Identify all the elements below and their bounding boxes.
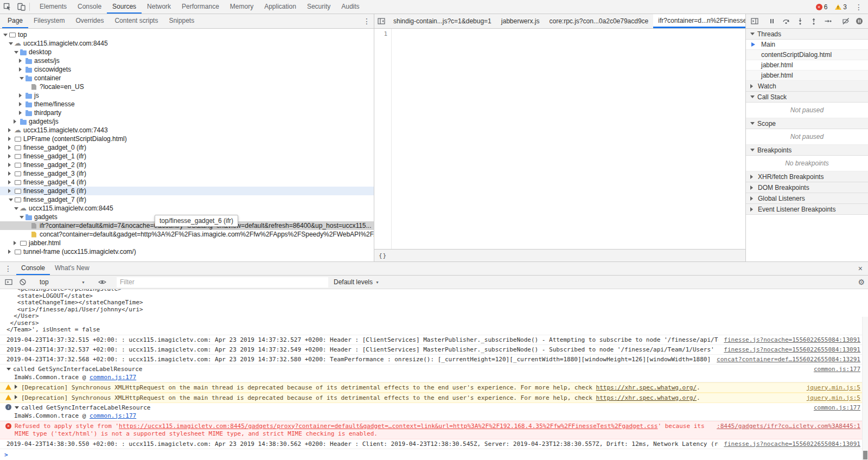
expander-arrow-icon[interactable]: [8, 171, 14, 176]
thread-item[interactable]: jabber.html: [746, 60, 868, 71]
source-link[interactable]: common.js:177: [814, 404, 860, 411]
trace-source-link[interactable]: common.js:177: [90, 412, 136, 419]
tree-item[interactable]: container: [0, 74, 374, 82]
step-out-icon[interactable]: [807, 15, 820, 27]
expander-arrow-icon[interactable]: [18, 214, 24, 221]
panel-tab[interactable]: Application: [259, 0, 302, 14]
editor-body[interactable]: 1: [374, 29, 745, 249]
panel-tab[interactable]: Console: [72, 0, 107, 14]
expander-arrow-icon[interactable]: [8, 145, 14, 150]
expander-arrow-icon[interactable]: [8, 40, 14, 47]
expander-arrow-icon[interactable]: [13, 119, 19, 124]
context-selector[interactable]: top ▼: [37, 278, 87, 286]
step-over-icon[interactable]: [780, 15, 793, 27]
panel-tab[interactable]: Sources: [107, 0, 142, 14]
tree-item[interactable]: tunnel-frame (uccx115.imagicletv.com/): [0, 247, 374, 256]
thread-item[interactable]: contentScriptDialog.html: [746, 50, 868, 60]
tree-item[interactable]: ciscowidgets: [0, 65, 374, 74]
source-link[interactable]: finesse.js?nocache=1556022655084:13091: [724, 346, 860, 353]
warning-link[interactable]: https://xhr.spec.whatwg.org/: [596, 394, 697, 401]
drawer-tab[interactable]: What's New: [50, 262, 94, 275]
editor-tab[interactable]: core:rpc.js?con...0a2c0e79acd9ce: [545, 14, 654, 28]
tree-item[interactable]: uccx115.imagicletv.com:8445: [0, 204, 374, 213]
thread-item[interactable]: jabber.html: [746, 71, 868, 81]
source-link[interactable]: finesse.js?nocache=1556022655084:13091: [724, 336, 860, 343]
code-area[interactable]: [392, 29, 745, 249]
source-link[interactable]: finesse.js?nocache=1556022655084:13091: [724, 440, 860, 448]
console-sidebar-icon[interactable]: [3, 277, 14, 288]
expander-arrow-icon[interactable]: [8, 154, 14, 158]
expand-caret-icon[interactable]: [15, 394, 21, 399]
warning-badge-icon[interactable]: [835, 4, 841, 10]
collapse-caret-icon[interactable]: [7, 366, 13, 373]
step-into-icon[interactable]: [794, 15, 807, 27]
expander-arrow-icon[interactable]: [18, 93, 24, 98]
tree-item[interactable]: finesse_gadget_6 (ifr): [0, 187, 374, 195]
collapse-caret-icon[interactable]: [15, 404, 21, 411]
expander-arrow-icon[interactable]: [8, 137, 14, 141]
source-link[interactable]: jquery.min.js:5: [807, 394, 860, 401]
pretty-print-button[interactable]: {}: [379, 252, 387, 259]
tree-item[interactable]: finesse_gadget_0 (ifr): [0, 143, 374, 152]
inspect-element-icon[interactable]: [0, 0, 14, 14]
navigator-tab[interactable]: Snippets: [163, 14, 200, 28]
expander-arrow-icon[interactable]: [18, 59, 24, 63]
expander-arrow-icon[interactable]: [8, 250, 14, 254]
clear-console-icon[interactable]: [17, 277, 28, 288]
pause-on-exceptions-icon[interactable]: [853, 15, 866, 27]
deactivate-breakpoints-icon[interactable]: [839, 15, 852, 27]
sidebar-section-header[interactable]: Scope: [746, 118, 868, 129]
expander-arrow-icon[interactable]: [13, 49, 19, 56]
sidebar-section-header[interactable]: Watch: [746, 81, 868, 92]
trace-source-link[interactable]: common.js:177: [90, 374, 136, 381]
device-toolbar-icon[interactable]: [14, 0, 28, 14]
source-link[interactable]: :8445/gadgets/ifr?co…icletv.com%3A8445:1: [717, 423, 860, 430]
expander-arrow-icon[interactable]: [8, 163, 14, 167]
expander-arrow-icon[interactable]: [18, 75, 24, 82]
close-drawer-icon[interactable]: ×: [853, 262, 868, 275]
toggle-navigator-icon[interactable]: [374, 14, 388, 28]
drawer-tab[interactable]: Console: [16, 262, 50, 275]
pause-script-icon[interactable]: [766, 15, 779, 27]
expander-arrow-icon[interactable]: [13, 205, 19, 212]
source-link[interactable]: concat?container=def…1556022655084:13291: [717, 356, 860, 363]
expander-arrow-icon[interactable]: [2, 31, 8, 39]
tree-item[interactable]: js: [0, 91, 374, 100]
sidebar-section-header[interactable]: Call Stack: [746, 92, 868, 103]
tree-item[interactable]: finesse_gadget_1 (ifr): [0, 152, 374, 161]
expander-arrow-icon[interactable]: [8, 196, 14, 203]
navigator-tab[interactable]: Overrides: [70, 14, 109, 28]
expander-arrow-icon[interactable]: [8, 180, 14, 184]
navigator-tab[interactable]: Page: [2, 14, 28, 28]
scrollbar-thumb[interactable]: [863, 451, 867, 459]
tree-item[interactable]: gadgets/js: [0, 117, 374, 126]
log-level-selector[interactable]: Default levels ▼: [331, 278, 381, 286]
devtools-menu-icon[interactable]: ⋮: [852, 3, 866, 11]
error-badge-icon[interactable]: ×: [816, 4, 822, 10]
filter-input[interactable]: [117, 277, 328, 288]
tree-item[interactable]: desktop: [0, 48, 374, 56]
console-prompt[interactable]: >: [0, 449, 868, 460]
navigator-menu-icon[interactable]: ⋮: [360, 17, 374, 25]
sidebar-section-header[interactable]: Breakpoints: [746, 145, 868, 156]
toggle-drawer-icon[interactable]: [748, 15, 761, 27]
tree-item[interactable]: theme/finesse: [0, 100, 374, 108]
expander-arrow-icon[interactable]: [18, 102, 24, 106]
tree-item[interactable]: thirdparty: [0, 108, 374, 117]
navigator-tab[interactable]: Filesystem: [28, 14, 70, 28]
panel-tab[interactable]: Performance: [176, 0, 225, 14]
live-expression-eye-icon[interactable]: [97, 277, 107, 288]
expander-arrow-icon[interactable]: [8, 189, 14, 193]
step-icon[interactable]: [821, 15, 834, 27]
tree-item[interactable]: assets/js: [0, 56, 374, 65]
panel-tab[interactable]: Elements: [34, 0, 72, 14]
source-link[interactable]: common.js:177: [814, 366, 860, 373]
tree-item[interactable]: concat?container=default&gadget=http%3A%…: [0, 230, 374, 239]
sidebar-section-header[interactable]: Threads: [746, 29, 868, 40]
tree-item[interactable]: finesse_gadget_7 (ifr): [0, 195, 374, 204]
editor-tab[interactable]: shindig-contain...js?c=1&debug=1: [388, 14, 496, 28]
thread-item[interactable]: Main: [746, 40, 868, 50]
sidebar-section-header[interactable]: Global Listeners: [746, 193, 868, 204]
sidebar-section-header[interactable]: DOM Breakpoints: [746, 182, 868, 193]
tree-item[interactable]: ?locale=en_US: [0, 82, 374, 91]
